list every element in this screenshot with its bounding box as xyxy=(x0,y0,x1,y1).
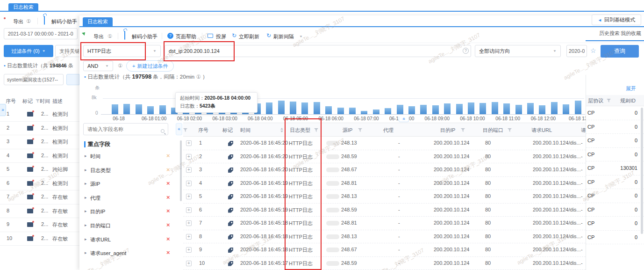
col-header-protocol[interactable]: 层协议 xyxy=(588,97,603,104)
chart-bar[interactable] xyxy=(563,104,569,114)
col-header-col-log-type[interactable]: 日志类型 xyxy=(290,127,310,134)
tag-icon[interactable] xyxy=(228,181,233,186)
field-remove-icon[interactable]: × xyxy=(166,249,170,256)
col-header-col-request-url[interactable]: 请求URL xyxy=(531,127,552,134)
chart-bar[interactable] xyxy=(492,102,498,114)
table-row[interactable]: +32020-06-18 16:45:20HTTP日志248.67-200.20… xyxy=(183,163,586,177)
chart-bar[interactable] xyxy=(385,108,391,114)
expand-row-button[interactable]: + xyxy=(186,207,192,213)
chart-bar[interactable] xyxy=(325,106,332,114)
expand-row-button[interactable]: + xyxy=(186,220,192,226)
tag-icon[interactable] xyxy=(228,248,233,253)
field-arrow-icon[interactable]: ▸ xyxy=(85,195,87,200)
chart-bar[interactable] xyxy=(337,108,344,114)
expand-row-button[interactable]: + xyxy=(186,140,192,146)
table-row[interactable]: CP0 xyxy=(586,106,644,120)
chart-bar[interactable] xyxy=(349,108,356,114)
field-remove-icon[interactable]: × xyxy=(166,194,170,201)
chart-bar[interactable] xyxy=(361,111,367,114)
tag-icon[interactable] xyxy=(228,154,233,160)
field-arrow-icon[interactable]: ▸ xyxy=(85,250,87,255)
table-row[interactable]: CP130301 xyxy=(586,161,644,175)
chart-bar[interactable] xyxy=(479,103,486,114)
chart-bar[interactable] xyxy=(420,105,427,114)
chart-bar[interactable] xyxy=(551,102,558,114)
field-remove-icon[interactable]: × xyxy=(166,152,170,159)
chart-bar[interactable] xyxy=(373,109,379,114)
history-search-tab[interactable]: 历史搜索 xyxy=(599,30,620,37)
field-remove-icon[interactable]: × xyxy=(166,221,170,228)
table-row[interactable]: +52020-06-18 16:45:19HTTP日志248.13-200.20… xyxy=(183,190,586,204)
chart-bar[interactable] xyxy=(503,103,510,114)
field-remove-icon[interactable]: × xyxy=(166,207,170,214)
table-row[interactable]: CP0 xyxy=(586,175,644,190)
filter-icon[interactable] xyxy=(508,128,512,132)
col-header-col-dst-port[interactable]: 目的端口 xyxy=(483,127,503,134)
field-arrow-icon[interactable]: ▸ xyxy=(85,153,87,158)
table-row[interactable]: CP0 xyxy=(586,148,644,162)
chart-bar[interactable] xyxy=(456,104,463,114)
col-header-col-proxy[interactable]: 代理 xyxy=(383,127,394,134)
field-remove-icon[interactable]: × xyxy=(166,235,170,242)
field-arrow-icon[interactable]: ▸ xyxy=(85,168,87,172)
chart-bar[interactable] xyxy=(575,101,581,114)
table-row[interactable]: +12020-06-18 16:45:20HTTP日志248.13-200.20… xyxy=(183,137,586,150)
field-item[interactable]: 时间 xyxy=(90,153,100,160)
scrollbar[interactable] xyxy=(641,108,643,234)
expand-row-button[interactable]: + xyxy=(186,261,192,266)
field-item[interactable]: 目的IP xyxy=(90,208,105,215)
table-row[interactable]: +62020-06-18 16:45:19HTTP日志248.59-200.20… xyxy=(183,204,586,217)
table-row[interactable]: CP0 xyxy=(586,134,644,148)
table-row[interactable]: +72020-06-18 16:45:18HTTP日志248.81-200.20… xyxy=(183,217,586,230)
tag-icon[interactable] xyxy=(228,141,233,146)
table-row[interactable]: +92020-06-18 16:45:18HTTP日志248.67-200.20… xyxy=(183,243,586,257)
table-row[interactable]: CP0 xyxy=(586,203,644,217)
chart-bar[interactable] xyxy=(432,105,439,114)
field-arrow-icon[interactable]: ▸ xyxy=(85,209,87,213)
filter-icon[interactable] xyxy=(607,99,611,102)
table-row[interactable]: +82020-06-18 16:45:18HTTP日志248.13-200.20… xyxy=(183,230,586,244)
chart-bar[interactable] xyxy=(408,106,415,114)
field-item[interactable]: 日志类型 xyxy=(90,167,111,174)
col-header-col-src-ip[interactable]: 源IP xyxy=(343,127,352,134)
chart-bar[interactable] xyxy=(468,102,474,114)
chart-bar[interactable] xyxy=(527,103,534,114)
field-item[interactable]: 请求user_agent xyxy=(90,250,126,257)
field-arrow-icon[interactable]: ▸ xyxy=(85,181,87,186)
field-remove-icon[interactable]: × xyxy=(166,166,170,173)
tag-icon[interactable] xyxy=(228,221,233,226)
col-header-col-dst-ip[interactable]: 目的IP xyxy=(440,127,455,134)
col-header-rule-id[interactable]: 规则ID xyxy=(620,97,636,104)
expand-row-button[interactable]: + xyxy=(186,167,192,173)
field-item[interactable]: 目的端口 xyxy=(90,222,111,229)
table-row[interactable]: CP0 xyxy=(586,217,644,231)
chart-bar[interactable] xyxy=(314,102,320,114)
col-header-col-seq[interactable]: 序号 xyxy=(198,127,208,134)
field-arrow-icon[interactable]: ▸ xyxy=(85,237,87,241)
tag-icon[interactable] xyxy=(228,261,233,266)
col-header-col-time[interactable]: 时间 xyxy=(240,127,250,134)
chart-bar[interactable] xyxy=(290,102,296,114)
sort-icon[interactable] xyxy=(280,128,284,132)
table-row[interactable]: +102020-06-18 16:45:17HTTP日志248.59-200.2… xyxy=(183,257,586,270)
table-row[interactable]: +42020-06-18 16:45:19HTTP日志248.81-200.20… xyxy=(183,177,586,190)
table-row[interactable]: CP0 xyxy=(586,231,644,245)
tag-icon[interactable] xyxy=(228,168,233,173)
field-item[interactable]: 代理 xyxy=(90,195,100,202)
favorites-tab[interactable]: 我的收藏 xyxy=(621,30,641,37)
chart-bar[interactable] xyxy=(515,105,522,114)
field-item[interactable]: 源IP xyxy=(90,181,100,188)
chart-bar[interactable] xyxy=(539,105,545,114)
field-arrow-icon[interactable]: ▸ xyxy=(85,223,87,227)
table-row[interactable]: CP0 xyxy=(586,189,644,203)
chart-bar[interactable] xyxy=(444,103,451,114)
tag-icon[interactable] xyxy=(228,208,233,213)
field-item[interactable]: 请求URL xyxy=(90,236,111,243)
expand-row-button[interactable]: + xyxy=(186,247,192,253)
expand-row-button[interactable]: + xyxy=(186,154,192,160)
expand-row-button[interactable]: + xyxy=(186,181,192,186)
table-row[interactable]: CP0 xyxy=(586,120,644,134)
tag-icon[interactable] xyxy=(228,194,233,199)
chart-bar[interactable] xyxy=(397,105,403,114)
filter-icon[interactable] xyxy=(461,128,465,132)
